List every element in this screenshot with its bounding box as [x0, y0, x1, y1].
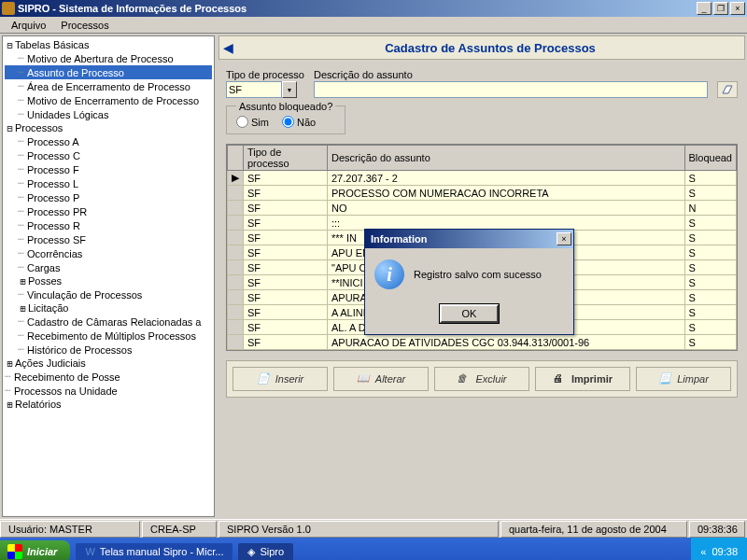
dialog-title: Information: [367, 233, 555, 245]
dialog-message: Registro salvo com sucesso: [414, 269, 542, 280]
info-dialog: Information × i Registro salvo com suces…: [364, 229, 574, 335]
ok-button[interactable]: OK: [440, 304, 500, 323]
dialog-close-button[interactable]: ×: [557, 232, 571, 245]
modal-backdrop: Information × i Registro salvo com suces…: [0, 0, 747, 560]
info-icon: i: [374, 259, 404, 289]
